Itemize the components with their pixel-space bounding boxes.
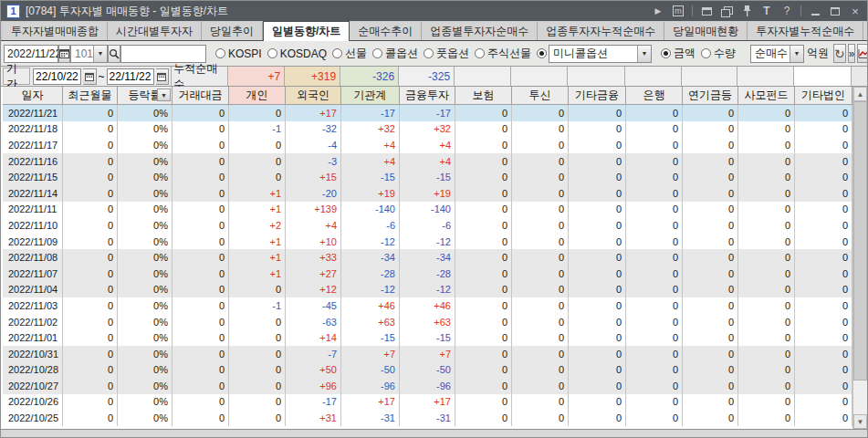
period-to-field[interactable]: 22/11/22 — [107, 68, 154, 85]
tab-4[interactable]: 일별동향/차트 — [263, 21, 350, 41]
tab-2[interactable]: 시간대별투자자 — [108, 22, 202, 40]
cell: 0 — [569, 378, 626, 394]
radio-icon — [701, 48, 711, 58]
table-row[interactable]: 2022/11/0100%00+14-15-150000000 — [3, 329, 852, 346]
tab-1[interactable]: 투자자별매매종합 — [3, 22, 108, 40]
cell: 0 — [569, 234, 626, 250]
market-radio-KOSPI[interactable]: KOSPI — [215, 47, 262, 60]
cell: 2022/10/27 — [3, 378, 63, 394]
scroll-up-icon[interactable]: ▲ — [853, 87, 867, 101]
tab-10[interactable]: 투 — [863, 22, 868, 40]
tab-8[interactable]: 당일매매현황 — [664, 22, 748, 40]
market-radio-풋옵션[interactable]: 풋옵션 — [424, 46, 469, 61]
vertical-scrollbar[interactable]: ▲ ▼ — [852, 87, 867, 429]
table-row[interactable]: 2022/10/2800%00+50-50-500000000 — [3, 362, 852, 379]
metric-combobox[interactable]: 순매수 ▼ — [750, 45, 804, 63]
cell: 0 — [173, 410, 229, 426]
scrollbar-track[interactable] — [853, 101, 867, 414]
scroll-down-icon[interactable]: ▼ — [853, 414, 867, 429]
help-icon[interactable]: ? — [780, 5, 793, 17]
table-row[interactable]: 2022/11/0400%00+12-12-120000000 — [3, 282, 852, 298]
cell: -12 — [341, 282, 400, 298]
cell: 0 — [738, 282, 795, 298]
calendar-icon[interactable] — [156, 68, 170, 85]
calendar-icon[interactable] — [83, 68, 97, 85]
cell: 0 — [173, 137, 229, 153]
cumulative-value — [511, 67, 568, 86]
table-row[interactable]: 2022/11/1700%00-4+4+40000000 — [3, 137, 852, 153]
instrument-combobox[interactable]: 미니콜옵션 ▼ — [549, 45, 652, 63]
market-radio-주식선물[interactable]: 주식선물 — [475, 46, 531, 61]
cumulative-value: -326 — [340, 67, 399, 86]
table-row[interactable]: 2022/10/2500%00+31-31-310000000 — [3, 410, 852, 426]
cell: 0 — [173, 329, 229, 346]
period-from-field[interactable]: 22/10/22 — [33, 68, 81, 85]
table-row[interactable]: 2022/11/1000%0+2+4-6-60000000 — [3, 217, 852, 234]
code-combobox[interactable]: 101 ▼ — [70, 45, 108, 63]
table-row[interactable]: 2022/11/1800%0-1-32+32+320000000 — [3, 121, 852, 138]
minimize-icon[interactable] — [809, 5, 821, 17]
tab-7[interactable]: 업종투자자누적순매수 — [538, 22, 664, 40]
table-row[interactable]: 2022/11/0900%0+1+10-12-120000000 — [3, 234, 852, 250]
market-radio-KOSDAQ[interactable]: KOSDAQ — [267, 47, 327, 60]
table-row[interactable]: 2022/11/1100%0+1+139-140-1400000000 — [3, 202, 852, 218]
table-row[interactable]: 2022/10/3100%00-7+7+70000000 — [3, 346, 852, 362]
play-icon[interactable]: ▶ — [652, 5, 664, 17]
scrollbar-thumb[interactable] — [853, 101, 867, 381]
tab-9[interactable]: 투자자별누적순매수 — [748, 22, 863, 40]
macro-icon[interactable]: m — [672, 5, 685, 17]
market-radio-instrument[interactable] — [537, 48, 547, 58]
cell: 0 — [795, 329, 852, 346]
pin-icon[interactable] — [740, 5, 753, 17]
cell: 0 — [626, 410, 683, 426]
table-row[interactable]: 2022/11/1400%0+1-20+19+190000000 — [3, 185, 852, 202]
tab-5[interactable]: 순매수추이 — [350, 22, 422, 40]
text-icon[interactable]: T — [760, 5, 773, 17]
amount-radio-금액[interactable]: 금액 — [661, 46, 695, 61]
cell: 0 — [738, 362, 795, 379]
cell: 0 — [569, 202, 626, 218]
restore-window-icon[interactable] — [700, 5, 713, 17]
maximize-icon[interactable] — [829, 5, 842, 17]
table-row[interactable]: 2022/10/2600%00-17+17+170000000 — [3, 394, 852, 411]
search-icon[interactable] — [108, 45, 120, 63]
cell: +4 — [341, 153, 400, 170]
table-row[interactable]: 2022/11/0700%0+1+27-28-280000000 — [3, 266, 852, 282]
cell: 0 — [455, 314, 512, 330]
cell: 0% — [118, 249, 173, 266]
refresh-icon[interactable]: ↻ — [833, 44, 846, 63]
tab-6[interactable]: 업종별투자자순매수 — [422, 22, 538, 40]
amount-radio-수량[interactable]: 수량 — [701, 46, 736, 61]
calendar-icon[interactable] — [58, 45, 70, 63]
search-input[interactable] — [120, 45, 206, 63]
chart-icon[interactable] — [857, 44, 868, 63]
chevron-down-icon[interactable]: ▼ — [637, 46, 651, 62]
table-row[interactable]: 2022/11/0800%0+1+33-34-340000000 — [3, 249, 852, 266]
tab-3[interactable]: 당일추이 — [202, 22, 263, 40]
close-icon[interactable]: × — [849, 5, 862, 17]
table-row[interactable]: 2022/10/2700%00+96-96-960000000 — [3, 378, 852, 394]
cell: 0 — [229, 105, 286, 121]
cell: 0 — [569, 362, 626, 379]
table-row[interactable]: 2022/11/0300%0-1-45+46+460000000 — [3, 297, 852, 314]
chevron-down-icon[interactable]: ▼ — [790, 46, 803, 62]
cell: 0 — [455, 266, 512, 282]
table-row[interactable]: 2022/11/0200%00-63+63+630000000 — [3, 314, 852, 330]
chevron-down-icon[interactable]: ▼ — [93, 46, 107, 62]
double-chevron-icon[interactable]: » — [848, 44, 856, 63]
query-date-field[interactable]: 2022/11/22 — [4, 45, 58, 63]
table-row[interactable]: 2022/11/1500%00+15-15-150000000 — [3, 169, 852, 185]
cell: 0 — [63, 217, 118, 234]
cell: 0 — [795, 249, 852, 266]
cascade-windows-icon[interactable] — [720, 5, 733, 17]
cell: -7 — [286, 346, 341, 362]
table-row[interactable]: 2022/11/2100%00+17-17-170000000 — [3, 105, 852, 121]
radio-label: 콜옵션 — [385, 46, 418, 61]
cell: 0 — [569, 346, 626, 362]
cell: 0 — [63, 249, 118, 266]
market-radio-선물[interactable]: 선물 — [332, 46, 367, 61]
table-row[interactable]: 2022/11/1600%00-3+4+40000000 — [3, 153, 852, 170]
sort-dropdown-icon[interactable]: ▼ — [157, 89, 171, 101]
market-radio-콜옵션[interactable]: 콜옵션 — [372, 46, 418, 61]
cell: 0 — [795, 266, 852, 282]
